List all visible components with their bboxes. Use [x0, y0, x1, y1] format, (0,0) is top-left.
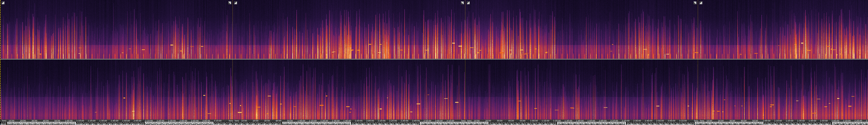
- tod-label: 6h00: [75, 123, 81, 125]
- hms-minor-tick: [347, 120, 347, 120]
- file-start-marker-icon[interactable]: [2, 1, 4, 4]
- tod-label: 9h55: [344, 123, 350, 125]
- hms-minor-tick: [341, 120, 342, 120]
- hms-minor-tick: [223, 120, 224, 120]
- hms-minor-tick: [744, 120, 744, 120]
- hms-minor-tick: [801, 120, 801, 120]
- hms-minor-tick: [218, 120, 218, 120]
- hms-minor-tick: [255, 120, 256, 120]
- file-start-marker-icon[interactable]: [234, 1, 237, 4]
- hms-minor-tick: [200, 120, 201, 120]
- hms-minor-tick: [336, 120, 336, 120]
- hms-time-label: 2:00:00: [832, 120, 839, 122]
- hms-time-label: 1:50:00: [355, 120, 363, 122]
- hms-time-label: 30:00: [264, 120, 270, 122]
- file-boundary-line: [698, 0, 698, 120]
- hms-time-label: 1:50:00: [820, 120, 828, 122]
- hms-minor-tick: [29, 120, 29, 120]
- tod-label: 9h00: [281, 123, 287, 125]
- hms-time-label: 1:50:00: [122, 120, 130, 122]
- hms-minor-tick: [74, 120, 75, 120]
- hms-minor-tick: [709, 120, 710, 120]
- hms-time-label: 2:10:00: [145, 120, 153, 122]
- tod-label: 9h30: [316, 123, 322, 125]
- hms-time-label: 1:00:00: [530, 120, 538, 122]
- hms-time-label: 2:10:00: [610, 120, 618, 122]
- hms-minor-tick: [404, 120, 405, 120]
- tod-label: 7h40: [190, 123, 196, 125]
- hms-minor-tick: [399, 120, 399, 120]
- hms-minor-tick: [132, 120, 132, 120]
- hms-minor-tick: [23, 120, 23, 120]
- hms-time-label: 2:30:00: [401, 120, 408, 122]
- tod-label: 9h50: [339, 123, 345, 125]
- spectrogram-canvas[interactable]: [0, 0, 868, 120]
- hms-minor-tick: [120, 120, 121, 120]
- hms-unit-label: hms: [2, 120, 6, 122]
- hms-minor-tick: [149, 120, 149, 120]
- hms-time-label: 30:00: [729, 120, 735, 122]
- hms-time-label: 2:40:00: [412, 120, 420, 122]
- hms-minor-tick: [273, 120, 273, 120]
- hms-minor-tick: [353, 120, 353, 120]
- tod-label: 6h25: [104, 123, 110, 125]
- hms-minor-tick: [416, 120, 416, 120]
- hms-minor-tick: [807, 120, 807, 120]
- hms-minor-tick: [749, 120, 750, 120]
- file-boundary-line: [0, 0, 1, 120]
- hms-minor-tick: [296, 120, 296, 120]
- tod-label: 6h55: [138, 123, 144, 125]
- tod-label: 7h35: [184, 123, 190, 125]
- hms-minor-tick: [767, 120, 767, 120]
- hms-minor-tick: [34, 120, 35, 120]
- hms-minor-tick: [364, 120, 365, 120]
- hms-minor-tick: [92, 120, 92, 120]
- hms-minor-tick: [52, 120, 52, 120]
- hms-time-label: 3:00:00: [435, 120, 443, 122]
- hms-unit-label: hms: [700, 120, 704, 122]
- timeline-ruler[interactable]: hmshms10:0020:0030:0040:0050:001:00:001:…: [0, 120, 868, 125]
- hms-minor-tick: [450, 120, 451, 120]
- hms-minor-tick: [410, 120, 410, 120]
- file-end-marker-icon[interactable]: [228, 1, 231, 4]
- hms-minor-tick: [732, 120, 733, 120]
- tod-label: 17h30: [866, 123, 868, 125]
- hms-minor-tick: [206, 120, 207, 120]
- hms-time-label: 1:30:00: [99, 120, 107, 122]
- hms-minor-tick: [772, 120, 773, 120]
- hms-ruler[interactable]: hmshms10:0020:0030:0040:0050:001:00:001:…: [0, 120, 868, 122]
- hms-minor-tick: [126, 120, 126, 120]
- hms-time-label: 2:40:00: [645, 120, 652, 122]
- tod-label: 9h40: [327, 123, 333, 125]
- file-end-marker-icon[interactable]: [461, 1, 464, 4]
- tod-label: 9h15: [299, 123, 305, 125]
- hms-time-label: 2:10:00: [843, 120, 850, 122]
- hms-unit-label: hms: [694, 120, 698, 122]
- hms-time-label: 1:00:00: [65, 120, 72, 122]
- hms-time-label: 2:00:00: [134, 120, 141, 122]
- hms-minor-tick: [143, 120, 144, 120]
- file-start-marker-icon[interactable]: [467, 1, 470, 4]
- hms-time-label: 3:10:00: [214, 120, 221, 122]
- hms-time-label: 1:10:00: [774, 120, 782, 122]
- hms-time-label: 1:30:00: [332, 120, 340, 122]
- hms-minor-tick: [439, 120, 439, 120]
- file-start-marker-icon[interactable]: [700, 1, 702, 4]
- hms-time-label: 2:00:00: [366, 120, 374, 122]
- hms-minor-tick: [17, 120, 18, 120]
- hms-minor-tick: [109, 120, 109, 120]
- hms-time-label: 2:30:00: [168, 120, 176, 122]
- hms-minor-tick: [726, 120, 727, 120]
- tod-label: 5h35: [46, 123, 53, 125]
- hms-time-label: 2:20:00: [157, 120, 164, 122]
- hms-minor-tick: [97, 120, 98, 120]
- channel-divider[interactable]: [0, 59, 868, 60]
- hms-minor-tick: [864, 120, 864, 120]
- hms-time-label: 2:40:00: [180, 120, 187, 122]
- hms-time-label: 2:00:00: [599, 120, 607, 122]
- hms-time-label: 20:00: [485, 120, 491, 122]
- tod-label: 6h15: [92, 123, 98, 125]
- file-end-marker-icon[interactable]: [693, 1, 696, 4]
- hms-time-label: 2:50:00: [191, 120, 198, 122]
- hms-minor-tick: [824, 120, 824, 120]
